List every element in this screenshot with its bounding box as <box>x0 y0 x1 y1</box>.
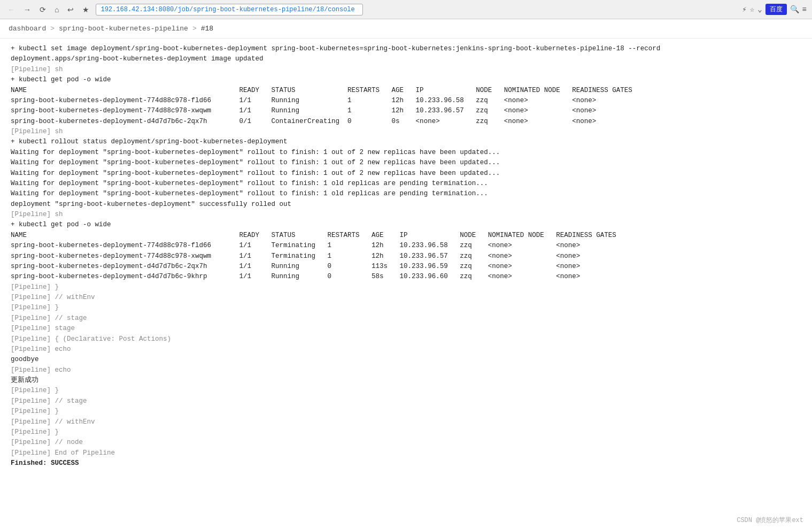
console-line: + kubectl get pod -o wide <box>11 75 801 85</box>
browser-icons: ⚡ ☆ ⌄ 百度 🔍 ≡ <box>742 4 807 15</box>
console-line: Waiting for deployment "spring-boot-kube… <box>11 179 801 189</box>
back-button[interactable]: ← <box>5 4 17 15</box>
console-line: goodbye <box>11 355 801 365</box>
console-line: deployment "spring-boot-kubernetes-deplo… <box>11 200 801 210</box>
console-line: [Pipeline] End of Pipeline <box>11 448 801 458</box>
console-line: [Pipeline] echo <box>11 365 801 375</box>
browser-toolbar: ← → ⟳ ⌂ ↩ ★ 192.168.42.134:8080/job/spri… <box>0 0 812 19</box>
refresh-button[interactable]: ⟳ <box>37 4 48 15</box>
console-line: [Pipeline] // withEnv <box>11 293 801 303</box>
console-line: [Pipeline] { (Declarative: Post Actions) <box>11 334 801 344</box>
console-line: [Pipeline] stage <box>11 324 801 334</box>
console-output: + kubectl set image deployment/spring-bo… <box>0 39 812 511</box>
console-line: [Pipeline] } <box>11 427 801 438</box>
console-line: spring-boot-kubernetes-deployment-d4d7d7… <box>11 262 801 272</box>
url-bar[interactable]: 192.168.42.134:8080/job/spring-boot-kube… <box>96 4 363 16</box>
console-line: [Pipeline] } <box>11 386 801 396</box>
console-line: spring-boot-kubernetes-deployment-d4d7d7… <box>11 272 801 282</box>
console-line: [Pipeline] // node <box>11 438 801 448</box>
console-line: Finished: SUCCESS <box>11 458 801 469</box>
console-line: Waiting for deployment "spring-boot-kube… <box>11 168 801 179</box>
console-line: + kubectl set image deployment/spring-bo… <box>11 44 801 54</box>
console-line: [Pipeline] sh <box>11 210 801 220</box>
home-button[interactable]: ⌂ <box>52 4 61 15</box>
breadcrumb-sep-1: > <box>50 25 55 33</box>
console-line: [Pipeline] } <box>11 282 801 293</box>
dropdown-icon[interactable]: ⌄ <box>757 5 762 14</box>
breadcrumb-build: #18 <box>201 25 213 33</box>
console-line: deployment.apps/spring-boot-kubernetes-d… <box>11 54 801 64</box>
console-line: [Pipeline] sh <box>11 127 801 137</box>
breadcrumb: dashboard > spring-boot-kubernetes-pipel… <box>0 19 812 39</box>
console-line: spring-boot-kubernetes-deployment-774d88… <box>11 96 801 106</box>
star-icon[interactable]: ☆ <box>750 5 754 14</box>
bookmark-button[interactable]: ★ <box>80 4 91 15</box>
console-line: Waiting for deployment "spring-boot-kube… <box>11 189 801 199</box>
console-line: spring-boot-kubernetes-deployment-d4d7d7… <box>11 117 801 127</box>
extensions-icon[interactable]: ⚡ <box>742 5 746 14</box>
console-line: [Pipeline] } <box>11 303 801 313</box>
console-line: [Pipeline] sh <box>11 65 801 75</box>
baidu-button[interactable]: 百度 <box>765 4 787 15</box>
breadcrumb-pipeline[interactable]: spring-boot-kubernetes-pipeline <box>59 25 188 33</box>
console-line: [Pipeline] } <box>11 407 801 417</box>
undo-button[interactable]: ↩ <box>65 4 76 15</box>
console-line: Waiting for deployment "spring-boot-kube… <box>11 158 801 168</box>
console-line: spring-boot-kubernetes-deployment-774d88… <box>11 251 801 262</box>
breadcrumb-sep-2: > <box>192 25 197 33</box>
console-line: [Pipeline] // stage <box>11 313 801 324</box>
console-line: + kubectl get pod -o wide <box>11 220 801 230</box>
forward-button[interactable]: → <box>21 4 33 15</box>
console-line: NAME READY STATUS RESTARTS AGE IP NODE N… <box>11 231 801 241</box>
breadcrumb-dashboard[interactable]: dashboard <box>9 25 46 33</box>
console-line: 更新成功 <box>11 375 801 386</box>
console-line: [Pipeline] // withEnv <box>11 417 801 427</box>
console-line: [Pipeline] echo <box>11 344 801 355</box>
console-line: spring-boot-kubernetes-deployment-774d88… <box>11 241 801 251</box>
console-line: + kubectl rollout status deployment/spri… <box>11 137 801 147</box>
console-line: spring-boot-kubernetes-deployment-774d88… <box>11 106 801 116</box>
search-icon[interactable]: 🔍 <box>790 5 799 14</box>
console-line: Waiting for deployment "spring-boot-kube… <box>11 148 801 158</box>
console-line: [Pipeline] // stage <box>11 396 801 407</box>
console-line: NAME READY STATUS RESTARTS AGE IP NODE N… <box>11 86 801 96</box>
menu-icon[interactable]: ≡ <box>802 5 807 14</box>
